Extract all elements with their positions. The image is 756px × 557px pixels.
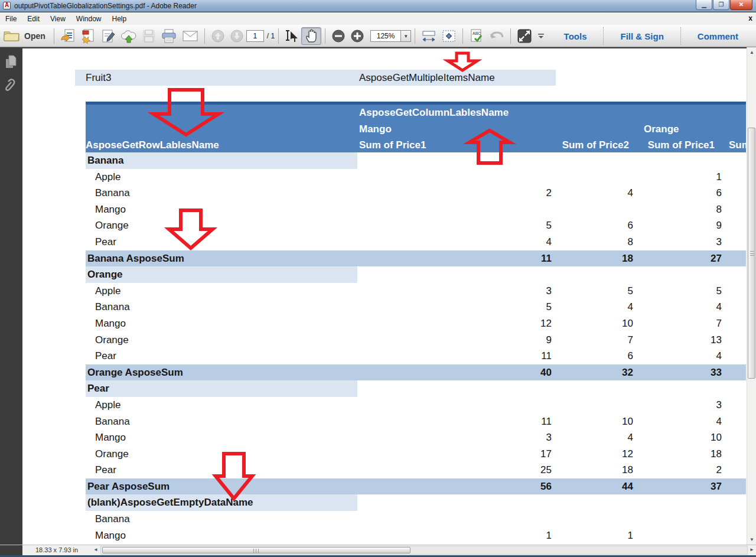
column-group-mango: Mango xyxy=(359,123,392,135)
hand-tool-button[interactable] xyxy=(301,27,321,45)
pivot-item-row: Pear1164 xyxy=(86,348,746,364)
fit-width-icon xyxy=(421,29,436,43)
pivot-total-row: Orange AsposeSum403233 xyxy=(86,364,746,381)
pivot-table: AsposeGetColumnLablesName Mango Orange A… xyxy=(86,102,746,543)
menu-window[interactable]: Window xyxy=(71,13,107,25)
fullscreen-button[interactable] xyxy=(514,27,535,45)
share-document-button[interactable] xyxy=(58,27,78,45)
toolbar-separator xyxy=(204,28,205,44)
column-header-clipped: Sum xyxy=(729,139,747,151)
select-tool-button[interactable] xyxy=(282,27,301,45)
scroll-down-icon[interactable]: ▼ xyxy=(748,535,756,544)
menu-edit[interactable]: Edit xyxy=(22,13,45,25)
next-page-button[interactable] xyxy=(227,27,246,45)
page-thumbnails-icon[interactable] xyxy=(5,54,18,70)
pivot-group-row-label: (blank)AsposeGetEmptyDataName xyxy=(86,494,357,511)
scroll-left-icon[interactable]: ◄ xyxy=(93,547,98,552)
fit-width-button[interactable] xyxy=(419,27,439,45)
tools-panel-button[interactable]: Tools xyxy=(551,31,600,41)
email-button[interactable] xyxy=(180,27,201,45)
document-close-icon[interactable]: x xyxy=(748,14,752,22)
fullscreen-icon xyxy=(517,28,532,44)
more-tools-button[interactable] xyxy=(535,27,548,45)
pivot-group-row-label: Banana xyxy=(86,152,357,169)
horizontal-scroll-thumb[interactable] xyxy=(102,547,410,553)
pivot-item-row-label: Mango xyxy=(86,201,126,218)
zoom-in-button[interactable] xyxy=(348,27,367,45)
create-pdf-button[interactable] xyxy=(78,27,98,45)
pivot-value xyxy=(357,169,558,185)
pivot-value xyxy=(558,201,641,218)
pivot-value: 4 xyxy=(558,429,641,446)
fit-page-button[interactable] xyxy=(439,27,459,45)
folder-open-icon xyxy=(4,30,20,42)
previous-page-button[interactable] xyxy=(208,27,227,45)
pivot-value: 10 xyxy=(558,413,641,430)
zoom-level-input[interactable]: 125% xyxy=(370,30,401,42)
pivot-value: 13 xyxy=(641,332,728,348)
pivot-value: 17 xyxy=(357,446,558,462)
menu-help[interactable]: Help xyxy=(107,13,132,25)
pivot-value: 5 xyxy=(641,283,728,299)
undo-icon xyxy=(489,29,504,43)
pivot-total-row: Banana AsposeSum111827 xyxy=(86,250,746,267)
sign-document-button[interactable] xyxy=(98,27,118,45)
zoom-out-button[interactable] xyxy=(329,27,348,45)
pivot-value xyxy=(641,527,728,544)
column-header-price2: Sum of Price2 xyxy=(558,139,641,151)
menu-view[interactable]: View xyxy=(45,13,71,25)
pivot-value: 8 xyxy=(558,234,641,250)
pivot-value: 5 xyxy=(357,299,558,315)
fill-sign-panel-button[interactable]: Fill & Sign xyxy=(607,31,676,41)
column-group-orange: Orange xyxy=(644,123,679,135)
page-number-input[interactable]: 1 xyxy=(246,30,264,42)
pivot-item-row: Orange569 xyxy=(86,217,746,234)
menu-file[interactable]: File xyxy=(0,13,22,25)
select-cursor-icon xyxy=(285,29,299,43)
page-count-label: / 1 xyxy=(267,32,275,40)
pivot-value xyxy=(558,397,641,413)
pivot-item-row: Mango3410 xyxy=(86,429,746,446)
open-button[interactable]: Open xyxy=(0,27,50,45)
spellcheck-button[interactable]: ABC xyxy=(467,27,487,45)
minimize-button[interactable]: ▁ xyxy=(696,0,712,10)
scroll-up-icon[interactable]: ▲ xyxy=(748,48,756,57)
pivot-value: 4 xyxy=(357,234,558,250)
status-bar-corner xyxy=(0,545,22,556)
restore-button[interactable]: ❐ xyxy=(713,0,729,10)
attachments-paperclip-icon[interactable] xyxy=(5,77,18,92)
print-button[interactable] xyxy=(158,27,180,45)
pivot-item-row: Banana544 xyxy=(86,299,746,315)
scroll-right-icon[interactable]: ► xyxy=(750,547,754,552)
pivot-group-row-label: Pear xyxy=(86,380,357,397)
pivot-value: 10 xyxy=(641,429,728,446)
pivot-value: 3 xyxy=(357,283,558,299)
pivot-group-row-label: Orange xyxy=(86,266,357,283)
cloud-upload-button[interactable] xyxy=(118,27,139,45)
vertical-scrollbar[interactable]: ▲ ▼ xyxy=(747,47,756,545)
column-header-price1: Sum of Price1 xyxy=(359,139,426,151)
horizontal-scrollbar[interactable] xyxy=(100,546,748,555)
pivot-value xyxy=(357,397,558,413)
scroll-grip xyxy=(750,251,754,256)
undo-button[interactable] xyxy=(487,27,507,45)
save-button[interactable] xyxy=(139,27,158,45)
column-labels-header: AsposeGetColumnLablesName xyxy=(359,107,509,119)
pivot-value: 3 xyxy=(357,429,558,446)
pivot-value: 8 xyxy=(641,201,728,218)
pivot-item-row-label: Orange xyxy=(86,446,129,462)
toolbar-separator xyxy=(415,28,415,44)
vertical-scroll-thumb[interactable] xyxy=(748,128,755,379)
pivot-item-row: Mango12107 xyxy=(86,315,746,332)
close-button[interactable]: ✕ xyxy=(730,0,752,10)
pivot-item-row-label: Banana xyxy=(86,185,130,201)
pivot-total-row-label: Banana AsposeSum xyxy=(86,250,184,267)
pivot-value: 1 xyxy=(558,527,641,544)
pivot-value: 4 xyxy=(641,299,728,315)
document-share-icon xyxy=(60,28,76,44)
comment-panel-button[interactable]: Comment xyxy=(685,31,751,41)
pivot-value: 32 xyxy=(558,364,641,381)
pivot-item-row: Banana11104 xyxy=(86,413,746,430)
pivot-rows: BananaApple1Banana246Mango8Orange569Pear… xyxy=(86,152,746,543)
zoom-dropdown-button[interactable]: ▼ xyxy=(401,30,411,42)
